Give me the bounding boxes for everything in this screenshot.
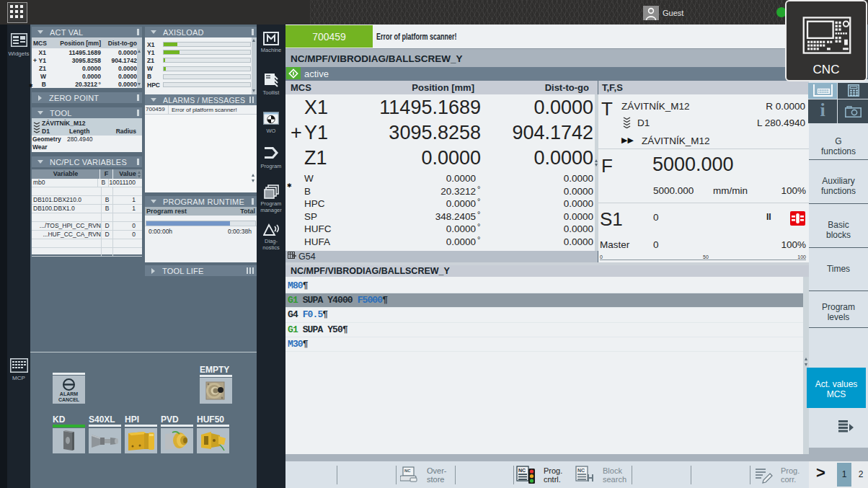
svg-text:NC: NC: [518, 467, 526, 472]
svg-text:NC: NC: [577, 467, 585, 472]
svg-text:NC: NC: [404, 469, 411, 473]
